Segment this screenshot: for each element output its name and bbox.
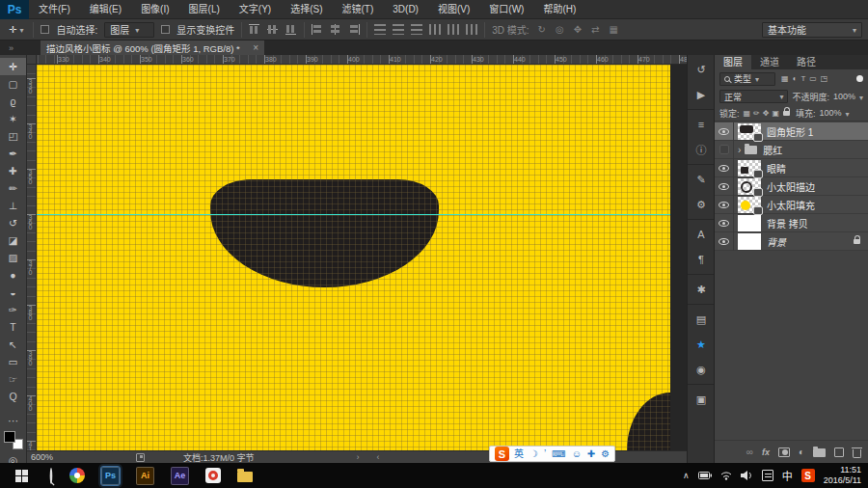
layer-thumbnail[interactable] [738, 197, 761, 213]
blend-mode-dropdown[interactable]: 正常 [719, 90, 788, 103]
align-top-edges-icon[interactable] [249, 24, 260, 35]
layer-name[interactable]: 小太阳填充 [767, 198, 815, 212]
taskbar-illustrator[interactable]: Ai [136, 467, 154, 485]
layer-name[interactable]: 小太阳描边 [767, 179, 815, 194]
paragraph-panel-icon[interactable]: ¶ [688, 247, 715, 272]
sogou-logo-icon[interactable]: S [495, 447, 509, 461]
brush-tool[interactable]: ✏ [0, 179, 26, 197]
align-vertical-centers-icon[interactable] [267, 24, 279, 35]
clone-stamp-tool[interactable]: ⊥ [0, 197, 26, 214]
taskbar-clock[interactable]: 11:51 2016/5/11 [824, 465, 861, 487]
menu-view[interactable]: 视图(V) [428, 0, 479, 19]
layer-name[interactable]: 背景 拷贝 [767, 216, 808, 230]
shape-tool[interactable]: ▭ [0, 353, 26, 370]
lock-paint-icon[interactable]: ✏ [753, 109, 760, 118]
3d-roll-icon[interactable]: ◎ [554, 24, 566, 35]
menu-file[interactable]: 文件(F) [29, 0, 80, 19]
crop-tool[interactable]: ◰ [0, 127, 26, 145]
tab-layers[interactable]: 图层 [715, 55, 751, 69]
3d-camera-icon[interactable]: ▦ [607, 24, 619, 35]
eyedropper-tool[interactable]: ✒ [0, 145, 26, 162]
actions-panel-icon[interactable]: ▶ [688, 82, 715, 107]
zoom-tool[interactable]: Q [0, 388, 26, 405]
layer-visibility-toggle[interactable] [715, 177, 734, 196]
filter-shape-icon[interactable]: ▭ [809, 74, 817, 83]
layer-thumbnail[interactable] [738, 178, 761, 195]
pen-tool[interactable]: ✑ [0, 301, 26, 318]
3d-pan-icon[interactable]: ✥ [572, 24, 583, 35]
chevron-down-icon[interactable] [846, 108, 850, 119]
hand-tool[interactable]: ☞ [0, 370, 26, 388]
canvas-document[interactable] [37, 65, 670, 450]
align-right-edges-icon[interactable] [348, 24, 360, 35]
marquee-tool[interactable]: ▢ [0, 75, 26, 93]
history-brush-tool[interactable]: ↺ [0, 214, 26, 231]
layer-visibility-toggle[interactable] [715, 214, 734, 232]
layer-visibility-toggle[interactable] [715, 122, 734, 141]
filter-toggle-switch[interactable] [856, 75, 863, 82]
lock-position-icon[interactable]: ✥ [763, 109, 770, 118]
libraries-panel-icon[interactable]: ▤ [688, 304, 715, 332]
menu-edit[interactable]: 编辑(E) [80, 0, 131, 19]
layer-name[interactable]: 背景 [767, 234, 786, 249]
taskbar-photoshop[interactable]: Ps [101, 467, 120, 485]
menu-help[interactable]: 帮助(H) [533, 0, 585, 19]
menu-filter[interactable]: 滤镜(T) [333, 0, 384, 19]
scroll-left-icon[interactable]: ‹ [377, 452, 380, 462]
ime-english-icon[interactable]: 英 [514, 447, 524, 461]
eraser-tool[interactable]: ◪ [0, 231, 26, 249]
toolbar-collapse-icon[interactable]: » [9, 43, 14, 53]
opacity-value[interactable]: 100% [833, 92, 855, 101]
layer-row-sun-fill[interactable]: › 小太阳填充 [715, 196, 868, 214]
layer-visibility-toggle[interactable] [715, 232, 734, 251]
distribute-top-edges-icon[interactable] [374, 24, 386, 35]
sogou-tray-icon[interactable]: S [801, 469, 815, 482]
stock-panel-icon[interactable]: ◉ [688, 357, 715, 382]
filter-adjust-icon[interactable]: ◐ [793, 74, 798, 83]
distribute-left-edges-icon[interactable] [429, 24, 441, 35]
lock-all-icon[interactable] [783, 111, 790, 116]
device-preview-panel-icon[interactable]: ▣ [688, 384, 715, 412]
color-swatches[interactable] [3, 431, 24, 450]
start-button[interactable] [0, 463, 42, 488]
close-icon[interactable]: × [253, 42, 258, 53]
menu-window[interactable]: 窗口(W) [479, 0, 533, 19]
layer-thumbnail[interactable] [738, 215, 761, 231]
menu-image[interactable]: 图像(I) [131, 0, 178, 19]
layer-thumbnail[interactable] [738, 160, 761, 176]
blur-tool[interactable]: ● [0, 266, 26, 284]
new-layer-icon[interactable] [834, 447, 844, 457]
ime-language-indicator[interactable]: 中 [782, 468, 793, 483]
layer-thumbnail[interactable] [738, 233, 761, 250]
taskbar-aftereffects[interactable]: Ae [171, 467, 189, 485]
layer-row-background[interactable]: › 背景 [715, 232, 868, 251]
distribute-horizontal-centers-icon[interactable] [448, 24, 459, 35]
layer-name[interactable]: 眼睛 [767, 161, 786, 176]
link-layers-icon[interactable]: ∞ [746, 447, 753, 457]
layer-name[interactable]: 腮红 [763, 143, 782, 157]
move-tool[interactable]: ✛ [0, 58, 26, 75]
layer-visibility-toggle[interactable] [715, 159, 734, 177]
ime-settings-icon[interactable]: ⚙ [601, 447, 610, 461]
lasso-tool[interactable]: ϱ [0, 93, 26, 110]
delete-layer-icon[interactable] [853, 449, 861, 458]
layer-name[interactable]: 圆角矩形 1 [767, 124, 813, 139]
distribute-vertical-centers-icon[interactable] [393, 24, 404, 35]
layer-row-bg-copy[interactable]: › 背景 拷贝 [715, 214, 868, 232]
new-group-icon[interactable] [813, 448, 826, 457]
add-mask-icon[interactable] [778, 447, 790, 457]
lock-transparency-icon[interactable]: ▦ [744, 109, 751, 118]
align-left-edges-icon[interactable] [312, 24, 323, 35]
align-horizontal-centers-icon[interactable] [330, 24, 341, 35]
tab-channels[interactable]: 通道 [751, 55, 788, 69]
document-tab[interactable]: 描边风格小图标 @ 600% (圆角矩形 1, RGB/8) * × [41, 41, 264, 55]
taskbar-search-icon[interactable] [50, 469, 53, 482]
ime-punct-icon[interactable]: ’ [544, 447, 546, 461]
ime-emoji-icon[interactable]: ☺ [572, 447, 582, 461]
layer-style-icon[interactable]: fx [762, 447, 770, 457]
path-select-tool[interactable]: ↖ [0, 336, 26, 353]
current-tool-chip[interactable]: ✛ [6, 24, 26, 35]
magic-wand-tool[interactable]: ✶ [0, 110, 26, 127]
adjustments-panel-icon[interactable]: ≡ [688, 109, 715, 137]
zoom-level-field[interactable]: 600% [31, 452, 53, 462]
